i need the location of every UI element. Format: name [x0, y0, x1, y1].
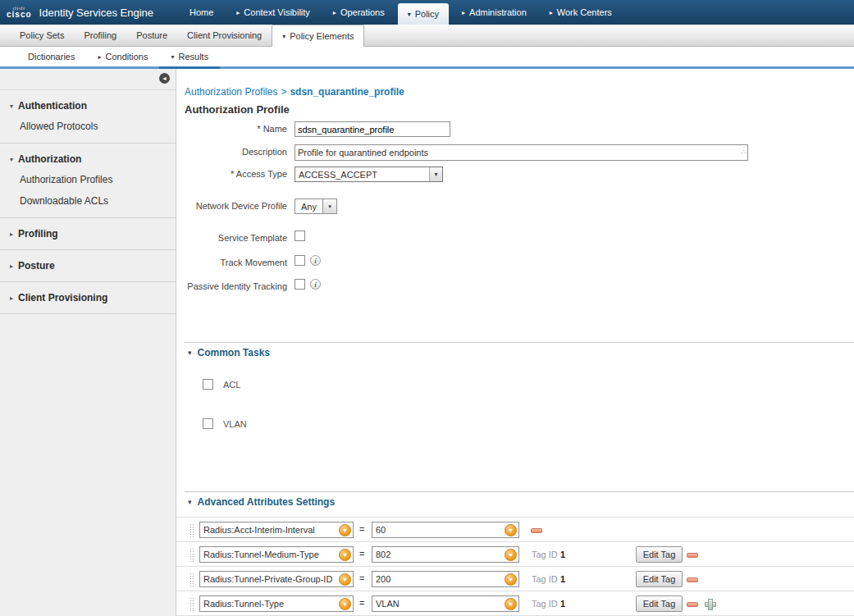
chevron-down-icon: ▾	[10, 103, 13, 110]
chevron-down-icon[interactable]	[339, 549, 351, 561]
drag-handle[interactable]	[190, 523, 194, 537]
sidebar-section-authentication: ▾ Authentication Allowed Protocols	[0, 90, 176, 144]
collapse-sidebar-button[interactable]	[159, 73, 170, 84]
tab-conditions[interactable]: ▸ Conditions	[86, 47, 159, 66]
sidebar-section-label: Authorization	[18, 153, 81, 165]
nav-work-centers[interactable]: ▸ Work Centers	[538, 0, 623, 25]
tab-label: Dictionaries	[28, 52, 75, 62]
nav-home[interactable]: Home	[174, 0, 225, 25]
add-row-icon[interactable]	[705, 599, 716, 610]
nav-operations[interactable]: ▸ Operations	[322, 0, 396, 25]
value-select[interactable]: 200	[372, 571, 519, 587]
remove-row-icon[interactable]	[687, 577, 698, 582]
sidebar-section-label: Client Provisioning	[18, 292, 107, 303]
sidebar-header-profiling[interactable]: ▸ Profiling	[0, 227, 176, 240]
chevron-down-icon: ▾	[171, 53, 174, 61]
description-value: Profile for quarantined endpoints	[298, 148, 428, 157]
edit-tag-button[interactable]: Edit Tag	[636, 571, 683, 587]
remove-row-icon[interactable]	[687, 602, 698, 607]
resize-handle-icon[interactable]	[742, 149, 746, 156]
attribute-select[interactable]: Radius:Tunnel-Type	[199, 595, 354, 612]
attribute-select[interactable]: Radius:Tunnel-Medium-Type	[199, 546, 354, 563]
tab-profiling[interactable]: Profiling	[74, 25, 126, 46]
sidebar-item-downloadable-acls[interactable]: Downloadable ACLs	[0, 187, 176, 208]
edit-tag-button[interactable]: Edit Tag	[636, 595, 683, 612]
drag-handle[interactable]	[190, 597, 194, 611]
service-template-checkbox[interactable]	[295, 230, 305, 241]
tab-client-provisioning[interactable]: Client Provisioning	[177, 25, 272, 46]
advanced-attribute-row: Radius:Tunnel-Type = VLAN Tag ID 1 Edit …	[176, 591, 854, 616]
common-tasks-header[interactable]: ▾ Common Tasks	[188, 347, 270, 358]
acl-task-row: ACL	[203, 379, 240, 390]
equals-sign: =	[359, 549, 364, 559]
top-nav: Home ▸ Context Visibility ▸ Operations ▾…	[174, 0, 623, 25]
tab-policy-elements[interactable]: ▾ Policy Elements	[272, 25, 364, 47]
product-name: Identity Services Engine	[39, 7, 153, 19]
chevron-down-icon[interactable]	[339, 524, 351, 536]
passive-identity-checkbox[interactable]	[295, 279, 305, 290]
nav-label: Administration	[469, 7, 527, 17]
nav-label: Policy	[415, 9, 439, 19]
drag-handle[interactable]	[190, 548, 194, 562]
edit-tag-button[interactable]: Edit Tag	[636, 546, 683, 563]
sidebar-item-allowed-protocols[interactable]: Allowed Protocols	[0, 112, 176, 134]
nav-label: Work Centers	[557, 7, 612, 17]
chevron-down-icon[interactable]	[505, 524, 517, 536]
tab-policy-sets[interactable]: Policy Sets	[10, 25, 74, 46]
cisco-logo-text: cisco	[7, 11, 32, 19]
content-panel: Authorization Profiles>sdsn_quarantine_p…	[176, 69, 854, 616]
info-icon[interactable]	[310, 255, 321, 266]
attribute-select[interactable]: Radius:Acct-Interim-Interval	[199, 522, 354, 538]
vlan-task-row: VLAN	[203, 418, 247, 429]
tab-label: Policy Sets	[20, 30, 64, 40]
chevron-down-icon[interactable]	[505, 573, 517, 586]
sidebar-header-authorization[interactable]: ▾ Authorization	[0, 153, 176, 166]
sidebar-header-posture[interactable]: ▸ Posture	[0, 259, 176, 272]
chevron-down-icon[interactable]	[429, 167, 442, 181]
advanced-attributes-divider	[185, 491, 854, 492]
nav-policy[interactable]: ▾ Policy	[398, 3, 449, 25]
chevron-right-icon: ▸	[10, 262, 13, 270]
advanced-attributes-header[interactable]: ▾ Advanced Attributes Settings	[188, 496, 335, 508]
network-device-profile-label: Network Device Profile	[185, 198, 287, 211]
value-select[interactable]: VLAN	[372, 595, 519, 612]
tab-label: Profiling	[84, 30, 116, 40]
network-device-profile-select[interactable]: Any	[295, 198, 337, 214]
track-movement-row: Track Movement	[185, 255, 321, 267]
value-select[interactable]: 802	[372, 546, 519, 563]
network-device-profile-row: Network Device Profile Any	[185, 198, 337, 214]
sidebar-section-client-provisioning: ▸ Client Provisioning	[0, 282, 176, 314]
info-icon[interactable]	[310, 279, 321, 290]
sidebar-header-authentication[interactable]: ▾ Authentication	[0, 99, 176, 112]
tab-posture[interactable]: Posture	[126, 25, 177, 46]
name-input[interactable]	[295, 121, 450, 137]
value-select[interactable]: 60	[372, 522, 519, 538]
name-row: * Name	[185, 121, 450, 137]
sidebar-item-authorization-profiles[interactable]: Authorization Profiles	[0, 166, 176, 187]
remove-row-icon[interactable]	[687, 553, 698, 558]
nav-label: Operations	[340, 7, 385, 17]
advanced-attribute-row: Radius:Acct-Interim-Interval = 60	[176, 518, 854, 542]
acl-checkbox[interactable]	[203, 379, 213, 390]
tab-results[interactable]: ▾ Results	[159, 47, 220, 69]
nav-arrow-icon: ▸	[550, 9, 553, 16]
chevron-down-icon[interactable]	[505, 549, 517, 561]
chevron-down-icon[interactable]	[323, 198, 337, 214]
remove-row-icon[interactable]	[531, 528, 542, 533]
sidebar-header-client-provisioning[interactable]: ▸ Client Provisioning	[0, 291, 176, 304]
access-type-select[interactable]: ACCESS_ACCEPT	[295, 167, 443, 182]
description-textarea[interactable]: Profile for quarantined endpoints	[295, 144, 748, 161]
chevron-down-icon[interactable]	[339, 573, 351, 586]
attribute-value: Radius:Tunnel-Medium-Type	[200, 550, 339, 559]
drag-handle[interactable]	[190, 573, 194, 586]
chevron-down-icon[interactable]	[339, 598, 351, 610]
attribute-select[interactable]: Radius:Tunnel-Private-Group-ID	[199, 571, 354, 587]
nav-administration[interactable]: ▸ Administration	[450, 0, 538, 25]
vlan-checkbox[interactable]	[203, 418, 213, 429]
breadcrumb-authorization-profiles-link[interactable]: Authorization Profiles	[185, 86, 277, 98]
nav-context-visibility[interactable]: ▸ Context Visibility	[225, 0, 322, 25]
tab-dictionaries[interactable]: Dictionaries	[16, 47, 86, 66]
sidebar-sections: ▾ Authentication Allowed Protocols ▾ Aut…	[0, 89, 176, 314]
track-movement-checkbox[interactable]	[295, 255, 305, 266]
chevron-down-icon[interactable]	[505, 598, 517, 610]
